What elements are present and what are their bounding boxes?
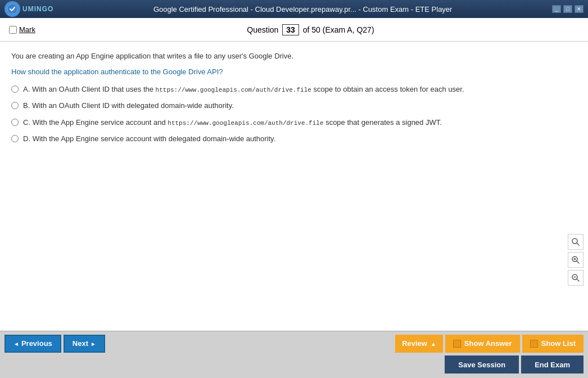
show-answer-checkbox-icon	[453, 340, 461, 348]
option-a-code: https://www.googleapis.com/auth/drive.fi…	[156, 87, 311, 93]
end-exam-label: End Exam	[535, 361, 570, 369]
end-exam-button[interactable]: End Exam	[521, 356, 584, 374]
show-answer-label: Show Answer	[464, 339, 512, 348]
show-list-checkbox-icon	[530, 340, 538, 348]
option-c-code: https://www.googleapis.com/auth/drive.fi…	[168, 120, 323, 127]
zoom-out-button[interactable]	[568, 270, 584, 286]
mark-checkbox-input[interactable]	[9, 26, 17, 34]
restore-button[interactable]: □	[563, 5, 572, 13]
previous-arrow-icon	[13, 339, 19, 348]
show-list-label: Show List	[541, 339, 576, 348]
title-bar: UMINGO Google Certified Professional - C…	[0, 0, 588, 18]
svg-point-0	[7, 4, 17, 14]
previous-button[interactable]: Previous	[4, 335, 61, 353]
answer-option-c: C. With the App Engine service account a…	[11, 117, 577, 128]
radio-d[interactable]	[11, 135, 19, 142]
question-number-area: Question 33 of 50 (Exam A, Q27)	[42, 24, 579, 35]
option-a-label: A. With an OAuth Client ID that uses the…	[23, 84, 464, 95]
bottom-navigation-bar: Previous Next Review Show Answer Show Li…	[0, 331, 588, 356]
save-session-button[interactable]: Save Session	[445, 356, 519, 374]
option-c-label: C. With the App Engine service account a…	[23, 117, 442, 128]
logo-text: UMINGO	[22, 5, 53, 13]
option-a-text-before: With an OAuth Client ID that uses the	[32, 85, 156, 93]
review-arrow-icon	[431, 339, 436, 348]
answer-option-a: A. With an OAuth Client ID that uses the…	[11, 84, 577, 95]
question-label: Question	[247, 25, 278, 34]
close-button[interactable]: ✕	[575, 5, 584, 13]
zoom-in-button[interactable]	[568, 252, 584, 268]
save-session-label: Save Session	[458, 361, 505, 369]
search-button[interactable]	[568, 234, 584, 250]
next-label: Next	[73, 339, 88, 348]
question-prompt: How should the application authenticate …	[11, 68, 577, 76]
option-c-letter: C.	[23, 118, 30, 127]
svg-line-2	[577, 243, 579, 245]
option-a-letter: A.	[23, 85, 30, 93]
option-b-text: With an OAuth Client ID with delegated d…	[32, 101, 234, 110]
radio-a[interactable]	[11, 86, 19, 93]
radio-c[interactable]	[11, 119, 19, 126]
option-b-letter: B.	[23, 101, 30, 110]
mark-checkbox-label[interactable]: Mark	[9, 25, 35, 34]
option-d-label: D. With the App Engine service account w…	[23, 133, 275, 145]
main-content: You are creating an App Engine applicati…	[0, 42, 588, 331]
option-c-text-before: With the App Engine service account and	[33, 118, 168, 127]
question-total: of 50 (Exam A, Q27)	[303, 25, 374, 34]
app-logo: UMINGO	[4, 1, 53, 17]
next-button[interactable]: Next	[64, 335, 105, 353]
svg-line-8	[577, 279, 579, 281]
mark-label: Mark	[19, 25, 35, 34]
review-button[interactable]: Review	[395, 335, 443, 353]
question-number: 33	[282, 24, 299, 35]
show-answer-button[interactable]: Show Answer	[445, 335, 520, 353]
option-d-text: With the App Engine service account with…	[33, 134, 276, 143]
question-intro: You are creating an App Engine applicati…	[11, 51, 577, 62]
option-c-text-after: scope that generates a signed JWT.	[324, 118, 442, 127]
question-header: Mark Question 33 of 50 (Exam A, Q27)	[0, 18, 588, 42]
option-d-letter: D.	[23, 134, 30, 143]
next-arrow-icon	[91, 339, 96, 348]
logo-icon	[4, 1, 20, 17]
action-bar: Save Session End Exam	[0, 356, 588, 378]
answer-option-b: B. With an OAuth Client ID with delegate…	[11, 100, 577, 111]
minimize-button[interactable]: _	[552, 5, 561, 13]
previous-label: Previous	[21, 339, 52, 348]
option-b-label: B. With an OAuth Client ID with delegate…	[23, 100, 234, 111]
radio-b[interactable]	[11, 102, 19, 109]
window-controls: _ □ ✕	[552, 5, 584, 13]
review-label: Review	[402, 339, 427, 348]
side-tools	[568, 234, 584, 286]
option-a-text-after: scope to obtain an access token for each…	[311, 85, 464, 93]
show-list-button[interactable]: Show List	[522, 335, 584, 353]
app-title: Google Certified Professional - Cloud De…	[53, 5, 552, 14]
svg-line-4	[577, 261, 579, 263]
answer-option-d: D. With the App Engine service account w…	[11, 133, 577, 145]
